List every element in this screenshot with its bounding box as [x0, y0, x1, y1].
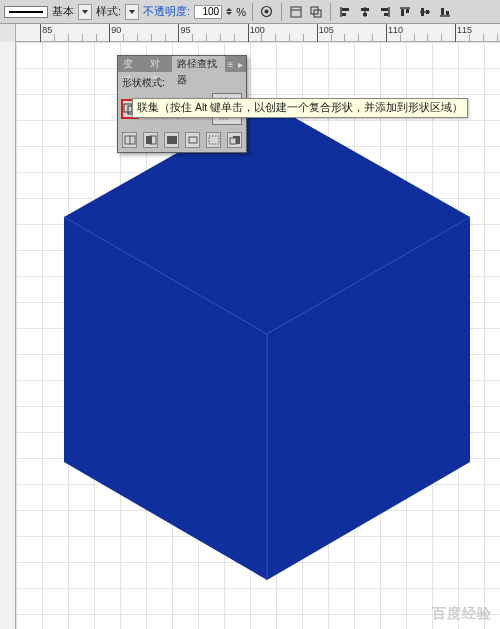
align-bottom-icon[interactable]: [437, 4, 453, 20]
option-bar: 基本 样式: 不透明度: %: [0, 0, 500, 24]
opacity-label[interactable]: 不透明度:: [143, 4, 190, 19]
ruler-mark: 95: [180, 25, 190, 35]
align-vcenter-icon[interactable]: [417, 4, 433, 20]
ruler-mark: 90: [111, 25, 121, 35]
svg-rect-16: [401, 9, 404, 16]
align-top-icon[interactable]: [397, 4, 413, 20]
svg-rect-40: [146, 136, 152, 144]
separator: [281, 3, 282, 21]
watermark: 百度经验: [432, 605, 492, 623]
panel-menu-icon[interactable]: ≡: [225, 58, 235, 70]
ruler-vertical[interactable]: [0, 42, 16, 629]
tooltip: 联集（按住 Alt 键单击，以创建一个复合形状，并添加到形状区域）: [132, 98, 468, 118]
opacity-input[interactable]: [194, 5, 222, 19]
graphic-style-label: 样式:: [96, 4, 121, 19]
pathfinder-merge-button[interactable]: [164, 132, 179, 148]
graphic-style-dropdown[interactable]: [125, 4, 139, 20]
svg-rect-8: [342, 13, 346, 16]
svg-rect-13: [381, 8, 388, 11]
svg-rect-7: [342, 8, 349, 11]
ruler-mark: 85: [42, 25, 52, 35]
pathfinder-row: [122, 129, 242, 148]
svg-rect-10: [361, 8, 369, 11]
svg-rect-44: [209, 136, 219, 144]
panel-tab-bar: 变换 对齐 路径查找器 ≡ ▸: [118, 56, 246, 72]
svg-rect-42: [167, 136, 177, 144]
tab-transform[interactable]: 变换: [118, 56, 145, 72]
pathfinder-outline-button[interactable]: [206, 132, 221, 148]
opacity-spinner[interactable]: [226, 8, 232, 15]
separator: [330, 3, 331, 21]
align-left-icon[interactable]: [337, 4, 353, 20]
tab-align[interactable]: 对齐: [145, 56, 172, 72]
svg-rect-43: [189, 137, 197, 143]
panel-collapse-icon[interactable]: ▸: [236, 58, 246, 70]
svg-rect-2: [291, 7, 301, 17]
svg-rect-20: [426, 10, 429, 14]
svg-rect-19: [421, 8, 424, 16]
ruler-horizontal[interactable]: 859095100105110115: [0, 24, 500, 42]
stroke-style-dropdown[interactable]: [78, 4, 92, 20]
opacity-suffix: %: [236, 6, 246, 18]
svg-rect-11: [363, 13, 367, 16]
ruler-origin[interactable]: [0, 24, 16, 42]
svg-rect-22: [441, 8, 444, 15]
stroke-style-label: 基本: [52, 4, 74, 19]
pathfinder-minus-back-button[interactable]: [227, 132, 242, 148]
svg-rect-46: [230, 138, 236, 144]
svg-rect-14: [384, 13, 388, 16]
pathfinder-trim-button[interactable]: [143, 132, 158, 148]
doc-setup-icon[interactable]: [288, 4, 304, 20]
pathfinder-crop-button[interactable]: [185, 132, 200, 148]
svg-rect-23: [446, 11, 449, 15]
tab-pathfinder[interactable]: 路径查找器: [172, 56, 225, 72]
canvas[interactable]: [16, 42, 500, 629]
stroke-preview[interactable]: [4, 6, 48, 18]
recolor-icon[interactable]: [259, 4, 275, 20]
transform-again-icon[interactable]: [308, 4, 324, 20]
cube-shape[interactable]: [62, 102, 472, 582]
pathfinder-divide-button[interactable]: [122, 132, 137, 148]
separator: [252, 3, 253, 21]
svg-rect-17: [406, 9, 409, 13]
svg-point-1: [265, 10, 269, 14]
align-hcenter-icon[interactable]: [357, 4, 373, 20]
align-right-icon[interactable]: [377, 4, 393, 20]
